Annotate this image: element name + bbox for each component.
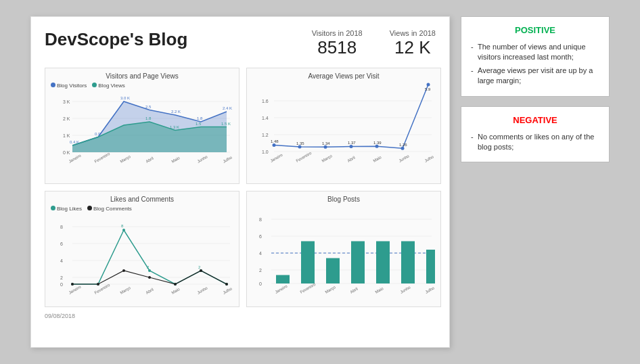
visitors-views-legend: Blog Visitors Blog Views — [51, 83, 233, 89]
likes-comments-title: Likes and Comments — [51, 196, 233, 203]
svg-text:1.3 K: 1.3 K — [170, 125, 179, 129]
svg-text:1 K: 1 K — [63, 133, 70, 138]
likes-comments-legend: Blog Likes Blog Comments — [51, 206, 233, 212]
svg-point-38 — [324, 145, 327, 149]
legend-item-views: Blog Views — [92, 83, 124, 89]
svg-point-77 — [71, 283, 74, 286]
likes-comments-chart: Likes and Comments Blog Likes Blog Comme… — [45, 191, 239, 307]
svg-text:Março: Março — [321, 154, 334, 163]
svg-text:0.9: 0.9 — [95, 132, 101, 136]
svg-rect-105 — [351, 242, 365, 284]
svg-text:2: 2 — [198, 265, 201, 269]
dashboard-header: DevScope's Blog Visitors in 2018 8518 Vi… — [45, 29, 436, 58]
svg-text:Janeiro: Janeiro — [275, 283, 289, 294]
svg-rect-102 — [276, 275, 290, 284]
svg-point-79 — [122, 269, 125, 272]
blog-posts-title: Blog Posts — [252, 196, 435, 203]
views-value: 12 K — [390, 37, 436, 58]
dashboard-card: DevScope's Blog Visitors in 2018 8518 Vi… — [30, 16, 450, 348]
svg-point-37 — [298, 145, 302, 149]
svg-point-70 — [148, 269, 151, 272]
svg-text:0 K: 0 K — [63, 150, 70, 155]
views-kpi: Views in 2018 12 K — [390, 29, 436, 58]
svg-text:Abril: Abril — [145, 156, 154, 164]
kpi-area: Visitors in 2018 8518 Views in 2018 12 K — [312, 29, 436, 58]
blog-title: DevScope's Blog — [45, 29, 312, 50]
svg-text:1.8: 1.8 — [145, 116, 152, 120]
svg-text:Maio: Maio — [171, 287, 181, 295]
svg-text:Julho: Julho — [223, 286, 233, 295]
notes-area: POSITIVE The number of views and unique … — [461, 16, 610, 162]
svg-text:1.48: 1.48 — [271, 139, 279, 143]
likes-comments-svg: 8 6 4 2 0 — [51, 213, 233, 301]
svg-point-83 — [225, 283, 228, 286]
svg-point-41 — [401, 147, 405, 150]
svg-text:Junho: Junho — [197, 286, 209, 295]
svg-point-69 — [122, 229, 125, 231]
svg-rect-103 — [301, 242, 315, 284]
svg-rect-104 — [326, 258, 340, 284]
svg-text:1.5: 1.5 — [196, 122, 202, 126]
page-container: DevScope's Blog Visitors in 2018 8518 Vi… — [17, 3, 623, 361]
negative-item-1: No comments or likes on any of the blog … — [471, 131, 599, 154]
svg-text:1.4: 1.4 — [262, 116, 269, 120]
svg-text:2: 2 — [147, 265, 150, 269]
svg-text:1.5 K: 1.5 K — [221, 122, 231, 126]
svg-text:3.0 K: 3.0 K — [120, 96, 130, 100]
avg-views-svg: 1.6 1.4 1.2 1.0 — [252, 83, 435, 177]
svg-text:2.5: 2.5 — [145, 105, 152, 109]
views-label: Views in 2018 — [390, 29, 436, 37]
avg-views-title: Average Views per Visit — [252, 72, 435, 80]
negative-title: NEGATIVE — [471, 115, 599, 125]
legend-item-comments: Blog Comments — [87, 206, 132, 212]
legend-item-visitors: Blog Visitors — [51, 83, 87, 89]
svg-text:Fevereiro: Fevereiro — [296, 151, 313, 163]
svg-text:2 K: 2 K — [63, 116, 70, 121]
svg-point-78 — [97, 283, 99, 286]
svg-text:1.35: 1.35 — [296, 141, 304, 145]
svg-text:Junho: Junho — [197, 154, 209, 164]
negative-list: No comments or likes on any of the blog … — [471, 131, 599, 154]
svg-text:Março: Março — [120, 154, 132, 164]
svg-text:1.0: 1.0 — [262, 150, 269, 154]
svg-text:2.4 K: 2.4 K — [223, 106, 232, 110]
svg-text:5.9: 5.9 — [425, 87, 431, 91]
svg-text:0: 0 — [60, 282, 63, 287]
svg-point-80 — [148, 276, 151, 279]
svg-rect-106 — [376, 242, 390, 284]
legend-item-likes: Blog Likes — [51, 206, 82, 212]
svg-text:Julho: Julho — [223, 155, 233, 164]
svg-text:2: 2 — [60, 275, 63, 280]
svg-text:4: 4 — [259, 251, 262, 256]
svg-text:Janeiro: Janeiro — [68, 153, 83, 163]
svg-text:Fevereiro: Fevereiro — [300, 282, 317, 294]
svg-text:Julho: Julho — [424, 154, 435, 163]
svg-text:Janeiro: Janeiro — [270, 152, 284, 162]
svg-point-42 — [427, 83, 430, 87]
svg-text:Maio: Maio — [375, 286, 385, 294]
svg-text:Abril: Abril — [145, 288, 154, 295]
svg-point-81 — [174, 283, 177, 286]
svg-text:0: 0 — [259, 281, 262, 286]
svg-text:3 K: 3 K — [63, 99, 70, 104]
visitors-label: Visitors in 2018 — [312, 29, 363, 37]
svg-text:2.2 K: 2.2 K — [171, 110, 181, 114]
svg-text:1.8: 1.8 — [197, 116, 203, 120]
visitors-views-svg: 3 K 2 K 1 K 0 K — [51, 90, 233, 178]
svg-text:2: 2 — [259, 268, 262, 273]
svg-text:Fevereiro: Fevereiro — [94, 152, 112, 164]
svg-point-82 — [200, 269, 202, 272]
charts-grid: Visitors and Page Views Blog Visitors Bl… — [45, 68, 436, 307]
blog-posts-svg: 8 6 4 2 0 — [252, 206, 435, 300]
visitors-views-title: Visitors and Page Views — [51, 72, 233, 80]
svg-text:4: 4 — [60, 258, 63, 263]
svg-text:Janeiro: Janeiro — [68, 284, 83, 294]
visitors-kpi: Visitors in 2018 8518 — [312, 29, 363, 58]
negative-card: NEGATIVE No comments or likes on any of … — [461, 106, 610, 163]
svg-point-39 — [350, 145, 353, 148]
svg-text:Março: Março — [325, 285, 337, 294]
svg-text:Junho: Junho — [400, 285, 412, 294]
svg-text:1.2: 1.2 — [262, 133, 269, 137]
svg-text:6: 6 — [60, 242, 63, 246]
svg-text:Maio: Maio — [373, 155, 383, 163]
